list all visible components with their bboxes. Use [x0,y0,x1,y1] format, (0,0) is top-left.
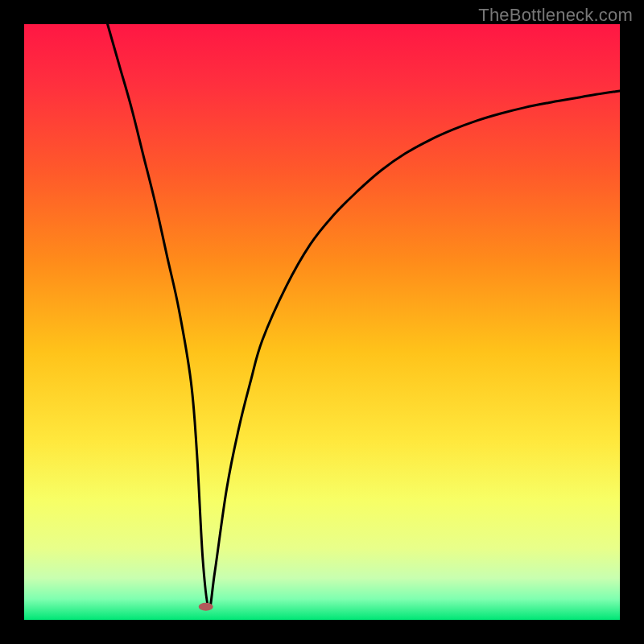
optimal-marker [199,603,213,611]
chart-background [24,24,620,620]
watermark-text: TheBottleneck.com [478,5,633,26]
chart-plot-area [24,24,620,620]
chart-svg [24,24,620,620]
